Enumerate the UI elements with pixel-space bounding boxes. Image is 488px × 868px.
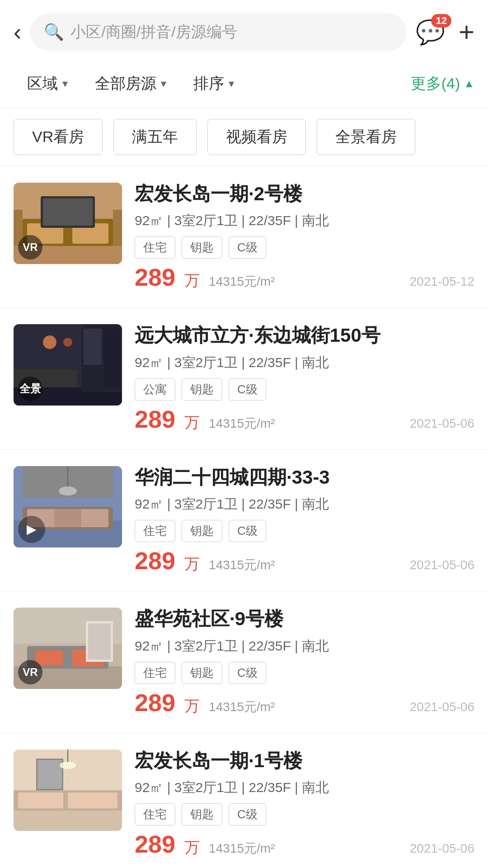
svg-point-43 [60, 762, 76, 769]
listing-tags: 公寓钥匙C级 [135, 378, 474, 401]
svg-point-16 [63, 338, 72, 347]
message-button[interactable]: 💬 12 [416, 19, 445, 46]
listing-list: VR 宏发长岛一期·2号楼 92㎡ | 3室2厅1卫 | 22/35F | 南北… [0, 166, 488, 868]
listing-info: 华润二十四城四期·33-3 92㎡ | 3室2厅1卫 | 22/35F | 南北… [135, 466, 474, 575]
listing-date: 2021-05-12 [410, 274, 474, 289]
listing-meta: 92㎡ | 3室2厅1卫 | 22/35F | 南北 [135, 354, 474, 372]
listing-tags: 住宅钥匙C级 [135, 520, 474, 542]
svg-rect-6 [43, 198, 93, 226]
listing-tag: 住宅 [135, 662, 175, 684]
vr-tag: VR [18, 235, 42, 259]
listing-tag: 住宅 [135, 803, 175, 826]
listing-tags: 住宅钥匙C级 [135, 662, 474, 684]
listing-date: 2021-05-06 [410, 700, 474, 714]
listing-price-row: 289 万 14315元/m² 2021-05-12 [135, 265, 474, 291]
panorama-tag: 全景 [18, 377, 42, 401]
listing-tag: 钥匙 [182, 378, 222, 401]
filter-type-arrow: ▾ [161, 77, 166, 90]
listing-date: 2021-05-06 [410, 558, 474, 572]
listing-price-per: 14315元/m² [209, 698, 275, 716]
tag-five-year-button[interactable]: 满五年 [113, 119, 197, 155]
search-bar[interactable]: 🔍 小区/商圈/拼音/房源编号 [30, 14, 407, 51]
listing-title: 盛华苑社区·9号楼 [135, 608, 474, 630]
listing-tag: 钥匙 [182, 520, 222, 542]
filter-more-button[interactable]: 更多(4) ▲ [411, 73, 474, 94]
listing-item[interactable]: VR 盛华苑社区·9号楼 92㎡ | 3室2厅1卫 | 22/35F | 南北 … [0, 591, 488, 733]
listing-tag: C级 [229, 378, 266, 401]
listing-info: 宏发长岛一期·1号楼 92㎡ | 3室2厅1卫 | 22/35F | 南北 住宅… [135, 750, 474, 858]
listing-item[interactable]: VR 宏发长岛一期·2号楼 92㎡ | 3室2厅1卫 | 22/35F | 南北… [0, 166, 488, 308]
listing-date: 2021-05-06 [410, 841, 474, 856]
listing-tag: C级 [229, 803, 266, 826]
tag-video-button[interactable]: 视频看房 [207, 119, 306, 155]
listing-image [14, 750, 122, 831]
filter-sort-label: 排序 [193, 73, 224, 94]
room-sketch [14, 750, 122, 831]
svg-rect-22 [54, 509, 81, 527]
header-right: 💬 12 + [416, 19, 474, 46]
listing-price: 289 [135, 407, 175, 431]
svg-point-25 [59, 486, 77, 495]
listing-tags: 住宅钥匙C级 [135, 803, 474, 826]
search-placeholder-text: 小区/商圈/拼音/房源编号 [70, 22, 237, 42]
listing-price-unit: 万 [184, 554, 200, 575]
svg-rect-38 [18, 793, 63, 808]
listing-price-row: 289 万 14315元/m² 2021-05-06 [135, 548, 474, 575]
filter-type[interactable]: 全部房源 ▾ [81, 69, 180, 99]
listing-tag: C级 [229, 662, 266, 684]
svg-rect-13 [104, 329, 120, 387]
listing-item[interactable]: 宏发长岛一期·1号楼 92㎡ | 3室2厅1卫 | 22/35F | 南北 住宅… [0, 733, 488, 868]
header: ‹ 🔍 小区/商圈/拼音/房源编号 💬 12 + [0, 0, 488, 60]
vr-tag: VR [18, 660, 42, 684]
listing-price: 289 [135, 690, 175, 715]
listing-price-unit: 万 [184, 696, 200, 717]
listing-tag: 住宅 [135, 520, 175, 542]
svg-rect-12 [84, 329, 102, 365]
play-button[interactable]: ▶ [18, 516, 45, 543]
listing-meta: 92㎡ | 3室2厅1卫 | 22/35F | 南北 [135, 778, 474, 797]
listing-title: 宏发长岛一期·1号楼 [135, 750, 474, 772]
listing-tag: 钥匙 [182, 236, 222, 259]
listing-price-per: 14315元/m² [209, 273, 275, 290]
svg-rect-39 [68, 793, 117, 808]
filter-sort[interactable]: 排序 ▾ [180, 69, 248, 99]
filter-bar: 区域 ▾ 全部房源 ▾ 排序 ▾ 更多(4) ▲ [0, 60, 488, 108]
listing-item[interactable]: ▶ 华润二十四城四期·33-3 92㎡ | 3室2厅1卫 | 22/35F | … [0, 450, 488, 591]
listing-title: 宏发长岛一期·2号楼 [135, 183, 474, 205]
svg-rect-36 [14, 808, 122, 831]
listing-price-unit: 万 [184, 412, 200, 433]
filter-area-label: 区域 [27, 73, 58, 94]
listing-price: 289 [135, 832, 175, 856]
tag-filter-bar: VR看房 满五年 视频看房 全景看房 [0, 108, 488, 166]
listing-tag: 钥匙 [182, 803, 222, 826]
listing-tag: C级 [229, 520, 266, 542]
tag-vr-button[interactable]: VR看房 [14, 119, 103, 155]
listing-tag: 住宅 [135, 236, 175, 259]
search-icon: 🔍 [44, 23, 64, 42]
tag-panorama-button[interactable]: 全景看房 [317, 119, 415, 155]
filter-area[interactable]: 区域 ▾ [14, 69, 81, 99]
message-badge: 12 [431, 14, 451, 28]
listing-info: 盛华苑社区·9号楼 92㎡ | 3室2厅1卫 | 22/35F | 南北 住宅钥… [135, 608, 474, 716]
listing-tag: 钥匙 [182, 662, 222, 684]
add-button[interactable]: + [459, 19, 474, 46]
svg-point-15 [43, 335, 56, 349]
listing-title: 华润二十四城四期·33-3 [135, 466, 474, 489]
listing-date: 2021-05-06 [410, 416, 474, 431]
svg-rect-8 [113, 210, 122, 246]
listing-image: 全景 [14, 324, 122, 406]
listing-price-per: 14315元/m² [209, 840, 275, 857]
listing-price-unit: 万 [184, 837, 200, 858]
listing-price: 289 [135, 548, 175, 573]
svg-rect-41 [38, 760, 62, 789]
listing-image: VR [14, 183, 122, 264]
filter-sort-arrow: ▾ [229, 77, 234, 90]
listing-price: 289 [135, 265, 175, 289]
svg-rect-30 [36, 651, 63, 665]
listing-tag: 公寓 [135, 378, 175, 401]
back-button[interactable]: ‹ [14, 20, 21, 44]
listing-price-row: 289 万 14315元/m² 2021-05-06 [135, 407, 474, 433]
listing-price-row: 289 万 14315元/m² 2021-05-06 [135, 832, 474, 858]
filter-more-arrow: ▲ [464, 77, 474, 90]
listing-item[interactable]: 全景 远大城市立方·东边城街150号 92㎡ | 3室2厅1卫 | 22/35F… [0, 308, 488, 449]
